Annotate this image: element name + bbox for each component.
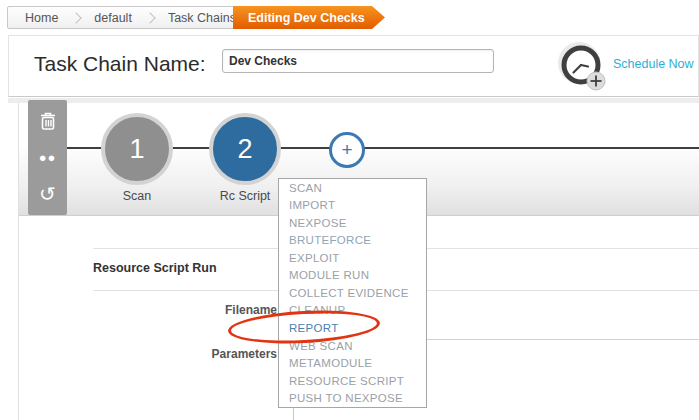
menu-item-bruteforce[interactable]: BRUTEFORCE <box>279 232 426 250</box>
task-node-2-label: Rc Script <box>205 189 285 203</box>
breadcrumb-default[interactable]: default <box>77 11 149 25</box>
trash-icon[interactable] <box>36 109 60 133</box>
breadcrumb-current[interactable]: Editing Dev Checks <box>233 6 385 29</box>
schedule-now-link[interactable]: Schedule Now <box>613 57 694 71</box>
menu-item-scan[interactable]: SCAN <box>279 179 426 197</box>
task-node-1[interactable]: 1 <box>101 113 173 185</box>
menu-item-module-run[interactable]: MODULE RUN <box>279 267 426 285</box>
task-node-1-label: Scan <box>97 189 177 203</box>
parameters-label: Parameters <box>150 347 277 361</box>
schedule-clock-icon[interactable] <box>555 41 609 95</box>
chain-toolbar: ●● ↺ <box>28 100 67 215</box>
task-chain-name-input[interactable] <box>222 49 494 73</box>
menu-item-exploit[interactable]: EXPLOIT <box>279 249 426 267</box>
menu-item-resource-script[interactable]: RESOURCE SCRIPT <box>279 372 426 390</box>
menu-item-push-to-nexpose[interactable]: PUSH TO NEXPOSE <box>279 389 426 407</box>
menu-item-metamodule[interactable]: METAMODULE <box>279 354 426 372</box>
undo-icon[interactable]: ↺ <box>36 182 60 206</box>
task-chain-name-label: Task Chain Name: <box>34 52 206 76</box>
filename-label: Filename <box>150 303 277 317</box>
section-title: Resource Script Run <box>93 261 217 275</box>
task-node-2[interactable]: 2 <box>209 113 281 185</box>
menu-item-nexpose[interactable]: NEXPOSE <box>279 214 426 232</box>
menu-item-report[interactable]: REPORT <box>279 319 426 337</box>
breadcrumb-home[interactable]: Home <box>8 11 75 25</box>
canvas-top-band <box>8 98 699 103</box>
header-panel: Task Chain Name: Schedule Now <box>8 35 699 97</box>
menu-item-web-scan[interactable]: WEB SCAN <box>279 337 426 355</box>
breadcrumb: Home default Task Chains Editing Dev Che… <box>7 6 359 29</box>
task-type-menu: SCAN IMPORT NEXPOSE BRUTEFORCE EXPLOIT M… <box>278 178 427 408</box>
ellipsis-icon[interactable]: ●● <box>36 146 60 170</box>
menu-item-import[interactable]: IMPORT <box>279 197 426 215</box>
menu-item-cleanup[interactable]: CLEANUP <box>279 302 426 320</box>
task-chain-editor: Home default Task Chains Editing Dev Che… <box>0 0 699 420</box>
menu-item-collect-evidence[interactable]: COLLECT EVIDENCE <box>279 284 426 302</box>
add-task-button[interactable]: + <box>329 132 365 168</box>
